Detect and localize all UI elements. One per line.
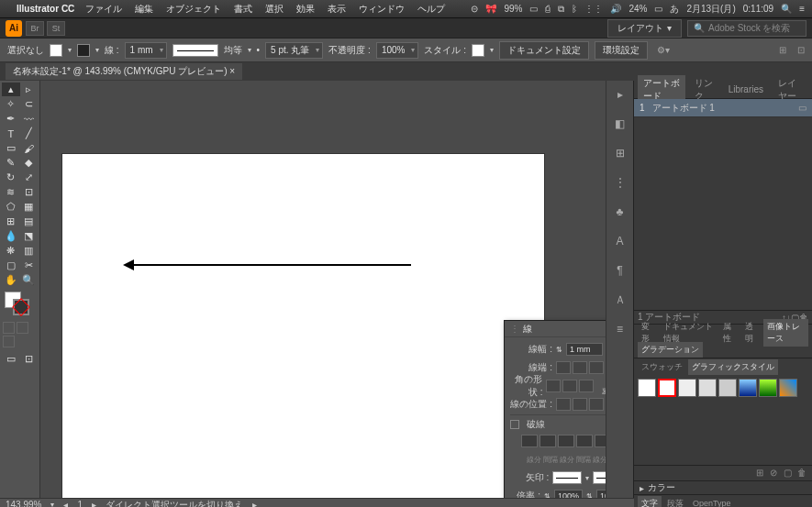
swatches-icon[interactable]: ⊞ [612,145,628,161]
style-swatch-4[interactable] [698,379,717,397]
stepper-icon[interactable]: ⇅ [556,346,562,354]
draw-behind-icon[interactable] [17,322,28,334]
width-tool[interactable]: ≋ [2,185,20,199]
background-color[interactable] [13,299,29,315]
env-setup-button[interactable]: 環境設定 [595,41,648,60]
color-picker[interactable] [2,292,38,319]
mesh-tool[interactable]: ⊞ [2,215,20,228]
cap-square-button[interactable] [589,361,604,374]
rectangle-tool[interactable]: ▭ [2,141,20,155]
menu-window[interactable]: ウィンドウ [359,3,405,16]
symbol-sprayer-tool[interactable]: ❋ [2,244,20,258]
draw-normal-icon[interactable] [3,322,15,334]
style-swatch-8[interactable] [779,379,797,397]
snap-icon[interactable]: ⊡ [797,45,805,55]
brushes-icon[interactable]: ⋮ [612,174,628,191]
type-tool[interactable]: T [2,127,20,140]
menu-select[interactable]: 選択 [265,3,284,16]
date[interactable]: 2月13日(月) [686,3,735,16]
align-inside-button[interactable] [573,398,587,411]
corner-round-button[interactable] [562,380,577,392]
stock-search-input[interactable]: 🔍Adobe Stock を検索 [687,20,806,37]
align-icon[interactable]: ⊞ [779,45,786,55]
brush-dropdown[interactable]: 5 pt. 丸筆 [265,42,323,59]
menu-type[interactable]: 書式 [234,3,252,16]
rotate-tool[interactable]: ↻ [2,171,20,184]
style-lib-icon[interactable]: ⊞ [756,468,767,479]
arrow-end-dropdown[interactable] [593,471,606,484]
symbols-icon[interactable]: ♣ [612,204,628,220]
align-icon[interactable]: ≡ [612,321,628,337]
paintbrush-tool[interactable]: 🖌 [20,141,39,155]
layout-dropdown[interactable]: レイアウト▾ [607,19,682,38]
menu-file[interactable]: ファイル [85,3,122,16]
tab-character[interactable]: 文字 [638,496,662,508]
draw-inside-icon[interactable] [3,336,15,347]
stroke-swatch[interactable] [77,44,90,57]
doc-tab[interactable]: 名称未設定-1* @ 143.99% (CMYK/GPU プレビュー) × [6,63,242,80]
grip-icon[interactable]: ⋮ [510,324,519,334]
delete-style-icon[interactable]: 🗑 [797,468,808,479]
style-swatch-6[interactable] [739,379,757,397]
properties-icon[interactable]: ▸ [612,86,628,103]
close-tab-icon[interactable]: × [229,66,235,76]
stroke-width-dropdown[interactable]: 1 mm [125,42,167,59]
tab-graphic-styles[interactable]: グラフィックスタイル [688,359,778,375]
menu-extras-icon[interactable]: ≡ [799,4,805,14]
glyph-icon[interactable]: Ａ [612,292,628,308]
selection-tool[interactable]: ▴ [2,83,20,96]
style-swatch-3[interactable] [678,379,696,397]
eraser-tool[interactable]: ◆ [20,156,39,170]
arrow-scale2-input[interactable]: 100% [596,490,606,498]
tab-paragraph[interactable]: 段落 [663,496,687,508]
align-outside-button[interactable] [589,398,604,411]
style-swatch-2[interactable] [658,379,676,397]
cap-butt-button[interactable] [556,361,571,374]
color-icon[interactable]: ◧ [612,116,628,132]
pen-tool[interactable]: ✒ [2,112,20,126]
scale-tool[interactable]: ⤢ [20,171,39,184]
doc-setup-button[interactable]: ドキュメント設定 [499,41,589,60]
tab-swatches[interactable]: スウォッチ [638,359,686,375]
artboard-orient-icon[interactable]: ▭ [798,103,806,113]
chevron-down-icon[interactable]: ▾ [95,46,99,54]
cap-round-button[interactable] [573,361,587,374]
bridge-chip[interactable]: Br [26,21,44,36]
style-swatch-5[interactable] [718,379,737,397]
menu-edit[interactable]: 編集 [135,3,153,16]
corner-bevel-button[interactable] [579,380,594,392]
eyedropper-tool[interactable]: 💧 [2,229,20,243]
arrow-scale1-input[interactable]: 100% [554,490,583,498]
zoom-level[interactable]: 143.99% [6,500,41,507]
tab-attributes[interactable]: 属性 [719,319,740,347]
shaper-tool[interactable]: ✎ [2,156,20,170]
stroke-width-input[interactable]: 1 mm [566,343,603,356]
arrow-start-dropdown[interactable] [552,471,581,484]
prefs-icon[interactable]: ⚙▾ [657,45,670,55]
tab-libraries[interactable]: Libraries [723,83,769,96]
column-graph-tool[interactable]: ▥ [20,244,39,258]
zoom-tool[interactable]: 🔍 [20,273,39,287]
line-tool[interactable]: ╱ [20,127,39,140]
align-center-button[interactable] [556,398,571,411]
tab-imagetrace[interactable]: 画像トレース [763,319,808,347]
spotlight-icon[interactable]: 🔍 [781,4,792,14]
time[interactable]: 0:11:09 [743,4,773,14]
dock-icon[interactable]: ⊡ [20,352,39,366]
app-name[interactable]: Illustrator CC [17,4,74,14]
dashed-checkbox[interactable] [510,420,519,429]
corner-miter-button[interactable] [546,380,561,392]
shape-builder-tool[interactable]: ⬠ [2,200,20,214]
lasso-tool[interactable]: ⊂ [20,97,39,111]
magic-wand-tool[interactable]: ✧ [2,97,20,111]
direct-selection-tool[interactable]: ▹ [20,83,39,96]
menu-help[interactable]: ヘルプ [417,3,445,16]
new-style-icon[interactable]: ▢ [784,468,795,479]
free-transform-tool[interactable]: ⊡ [20,185,39,199]
menu-effect[interactable]: 効果 [296,3,315,16]
tab-transparency[interactable]: 透明 [741,319,762,347]
slice-tool[interactable]: ✂ [20,259,39,272]
canvas-area[interactable]: ⋮ 線 « ≡ 線幅 :⇅1 mm▾ 線端 : 角の形状 :比率 :10 線の位… [40,81,606,498]
gradient-tool[interactable]: ▤ [20,215,39,228]
blend-tool[interactable]: ⬔ [20,229,39,243]
